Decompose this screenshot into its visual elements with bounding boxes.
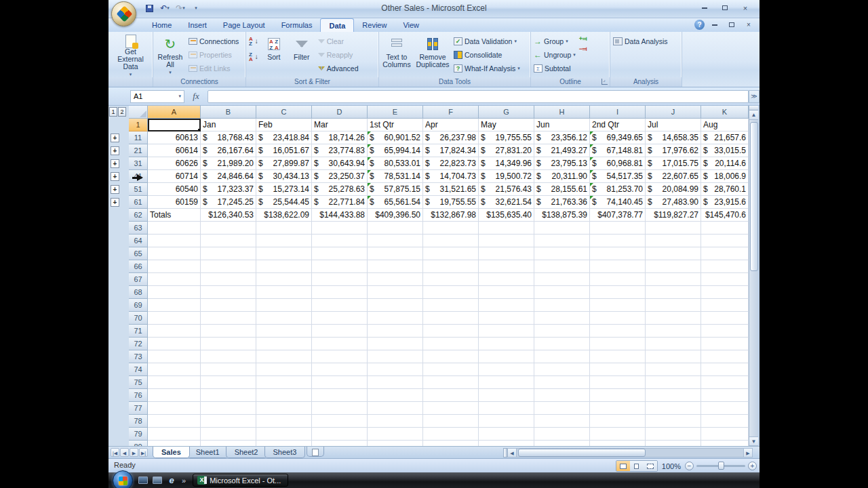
cell-H70[interactable] <box>534 312 590 325</box>
zoom-level[interactable]: 100% <box>662 462 681 470</box>
cell-D1[interactable]: Mar <box>312 119 368 131</box>
cell-A73[interactable] <box>148 350 201 363</box>
cell-D75[interactable] <box>312 376 368 389</box>
cell-G75[interactable] <box>479 376 534 389</box>
cell-D41[interactable]: $23,250.37 <box>312 170 368 183</box>
cell-C71[interactable] <box>256 325 312 338</box>
cell-C63[interactable] <box>256 222 312 235</box>
name-box-dropdown-icon[interactable]: ▾ <box>178 94 181 99</box>
cell-C21[interactable]: $16,051.67 <box>256 144 312 157</box>
outline-expand-button[interactable]: + <box>111 159 119 168</box>
cell-F78[interactable] <box>423 415 479 428</box>
cell-H75[interactable] <box>534 376 590 389</box>
cell-A70[interactable] <box>148 312 201 325</box>
cell-J11[interactable]: $14,658.35 <box>646 131 701 144</box>
row-header-80[interactable]: 80 <box>129 441 148 446</box>
cell-E61[interactable]: $65,561.54 <box>368 196 423 209</box>
zoom-slider[interactable] <box>696 465 745 467</box>
cell-C67[interactable] <box>256 273 312 286</box>
cell-G1[interactable]: May <box>479 119 534 131</box>
cell-E73[interactable] <box>368 350 423 363</box>
cell-I66[interactable] <box>590 260 646 273</box>
cell-D65[interactable] <box>312 247 368 260</box>
cell-C41[interactable]: $30,434.13 <box>256 170 312 183</box>
horizontal-scroll-track[interactable] <box>517 448 743 458</box>
cell-F71[interactable] <box>423 325 479 338</box>
cell-B61[interactable]: $17,245.25 <box>201 196 256 209</box>
row-header-65[interactable]: 65 <box>129 247 148 260</box>
column-header-F[interactable]: F <box>423 106 479 119</box>
cell-D66[interactable] <box>312 260 368 273</box>
cell-G51[interactable]: $21,576.43 <box>479 183 534 196</box>
cell-H67[interactable] <box>534 273 590 286</box>
cell-I63[interactable] <box>590 222 646 235</box>
normal-view-button[interactable] <box>616 461 630 471</box>
outline-expand-button[interactable]: + <box>111 198 119 207</box>
cell-E74[interactable] <box>368 363 423 376</box>
cell-G62[interactable]: $135,635.40 <box>479 209 534 222</box>
cell-J79[interactable] <box>646 428 701 441</box>
cell-D80[interactable] <box>312 441 368 446</box>
cell-I73[interactable] <box>590 350 646 363</box>
cell-J78[interactable] <box>646 415 701 428</box>
cell-K61[interactable]: $23,915.6 <box>701 196 749 209</box>
cell-E11[interactable]: $60,901.52 <box>368 131 423 144</box>
cell-C61[interactable]: $25,544.45 <box>256 196 312 209</box>
cell-A11[interactable]: 60613 <box>148 131 201 144</box>
cell-D73[interactable] <box>312 350 368 363</box>
row-header-72[interactable]: 72 <box>129 338 148 350</box>
get-external-data-button[interactable]: Get External Data ▾ <box>113 33 149 77</box>
cell-A78[interactable] <box>148 415 201 428</box>
cell-B72[interactable] <box>201 338 256 350</box>
cell-D31[interactable]: $30,643.94 <box>312 157 368 170</box>
cell-C75[interactable] <box>256 376 312 389</box>
cell-F63[interactable] <box>423 222 479 235</box>
tab-review[interactable]: Review <box>354 18 395 32</box>
cell-J41[interactable]: $22,607.65 <box>646 170 701 183</box>
row-header-62[interactable]: 62 <box>129 209 148 222</box>
cell-E75[interactable] <box>368 376 423 389</box>
cell-F1[interactable]: Apr <box>423 119 479 131</box>
cell-B78[interactable] <box>201 415 256 428</box>
cell-B62[interactable]: $126,340.53 <box>201 209 256 222</box>
cell-K41[interactable]: $18,006.9 <box>701 170 749 183</box>
subtotal-button[interactable]: ΣSubtotal <box>532 62 577 74</box>
cell-H51[interactable]: $28,155.61 <box>534 183 590 196</box>
cell-B68[interactable] <box>201 286 256 299</box>
sheet-tab-sales[interactable]: Sales <box>153 447 190 458</box>
cell-B51[interactable]: $17,323.37 <box>201 183 256 196</box>
cell-K75[interactable] <box>701 376 749 389</box>
cell-E68[interactable] <box>368 286 423 299</box>
cell-J72[interactable] <box>646 338 701 350</box>
cell-F31[interactable]: $22,823.73 <box>423 157 479 170</box>
cell-D68[interactable] <box>312 286 368 299</box>
cell-B73[interactable] <box>201 350 256 363</box>
tab-home[interactable]: Home <box>144 18 180 32</box>
outline-dialog-launcher[interactable] <box>601 79 608 85</box>
cell-H77[interactable] <box>534 402 590 415</box>
cell-F61[interactable]: $19,755.55 <box>423 196 479 209</box>
office-button[interactable] <box>111 1 136 26</box>
tab-page-layout[interactable]: Page Layout <box>215 18 273 32</box>
cell-J74[interactable] <box>646 363 701 376</box>
cell-B31[interactable]: $21,989.20 <box>201 157 256 170</box>
cell-I71[interactable] <box>590 325 646 338</box>
column-header-B[interactable]: B <box>201 106 256 119</box>
cell-A80[interactable] <box>148 441 201 446</box>
cell-H69[interactable] <box>534 299 590 312</box>
cell-C76[interactable] <box>256 389 312 402</box>
cell-A67[interactable] <box>148 273 201 286</box>
advanced-filter-button[interactable]: Advanced <box>317 62 360 74</box>
outline-expand-button[interactable]: + <box>111 146 119 155</box>
cell-H68[interactable] <box>534 286 590 299</box>
cell-J66[interactable] <box>646 260 701 273</box>
sheet-tab-sheet2[interactable]: Sheet2 <box>226 447 267 458</box>
cell-D76[interactable] <box>312 389 368 402</box>
cell-C79[interactable] <box>256 428 312 441</box>
cell-C77[interactable] <box>256 402 312 415</box>
cell-E79[interactable] <box>368 428 423 441</box>
cell-C65[interactable] <box>256 247 312 260</box>
cell-F68[interactable] <box>423 286 479 299</box>
insert-function-button[interactable]: fx <box>184 91 208 102</box>
cell-I75[interactable] <box>590 376 646 389</box>
